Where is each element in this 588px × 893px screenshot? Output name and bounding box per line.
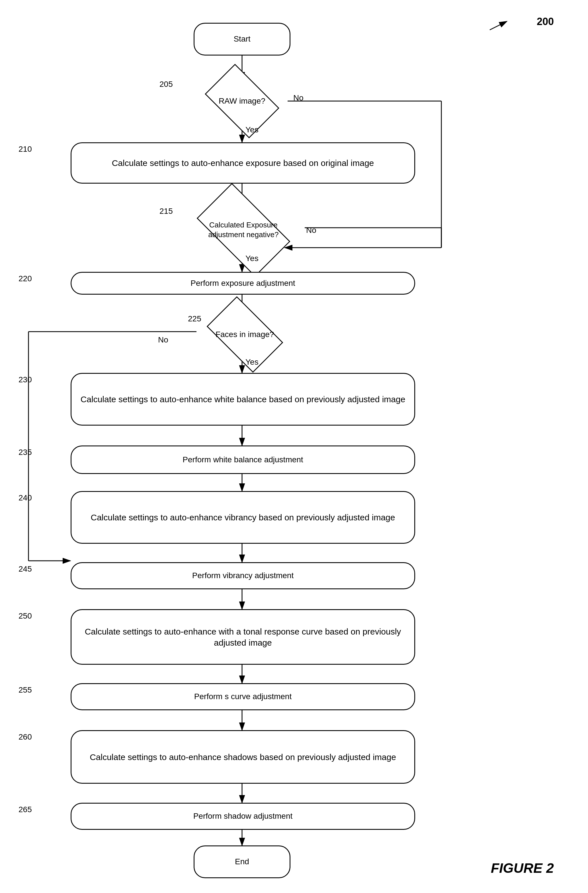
svg-line-24	[490, 21, 507, 30]
perform-shadow-node: Perform shadow adjustment	[71, 803, 415, 830]
expneg-no-label: No	[306, 226, 316, 235]
expneg-yes-label: Yes	[245, 254, 259, 263]
ref-235: 235	[18, 448, 32, 457]
calc-exposure-node: Calculate settings to auto-enhance expos…	[71, 142, 415, 183]
start-node: Start	[194, 23, 290, 56]
raw-yes-label: Yes	[245, 125, 259, 134]
ref-200: 200	[537, 16, 554, 28]
ref-245: 245	[18, 564, 32, 574]
ref-255: 255	[18, 686, 32, 695]
perform-exposure-node: Perform exposure adjustment	[71, 272, 415, 295]
ref-265: 265	[18, 805, 32, 814]
calc-shadows-node: Calculate settings to auto-enhance shado…	[71, 730, 415, 784]
calc-exposure-neg-diamond: Calculated Exposure adjustment negative?	[182, 205, 305, 255]
faces-no-label: No	[158, 335, 168, 344]
calc-wb-node: Calculate settings to auto-enhance white…	[71, 373, 415, 425]
perform-vibrancy-node: Perform vibrancy adjustment	[71, 562, 415, 589]
perform-scurve-node: Perform s curve adjustment	[71, 683, 415, 710]
raw-diamond: RAW image?	[197, 80, 287, 125]
perform-wb-node: Perform white balance adjustment	[71, 445, 415, 474]
ref-220: 220	[18, 274, 32, 283]
ref-205: 205	[159, 80, 173, 89]
diagram-container: 200 Start 205 RAW image? No Yes 210 Calc…	[0, 0, 588, 893]
figure-label: FIGURE 2	[491, 860, 554, 876]
faces-diamond: Faces in image?	[194, 313, 296, 359]
ref-260: 260	[18, 732, 32, 741]
end-node: End	[194, 845, 290, 878]
raw-no-label: No	[293, 93, 304, 102]
ref-215: 215	[159, 207, 173, 216]
calc-vibrancy-node: Calculate settings to auto-enhance vibra…	[71, 491, 415, 544]
ref-250: 250	[18, 612, 32, 621]
ref-240: 240	[18, 493, 32, 502]
ref-230: 230	[18, 375, 32, 384]
ref-210: 210	[18, 144, 32, 154]
calc-tonal-node: Calculate settings to auto-enhance with …	[71, 609, 415, 665]
faces-yes-label: Yes	[245, 358, 259, 367]
